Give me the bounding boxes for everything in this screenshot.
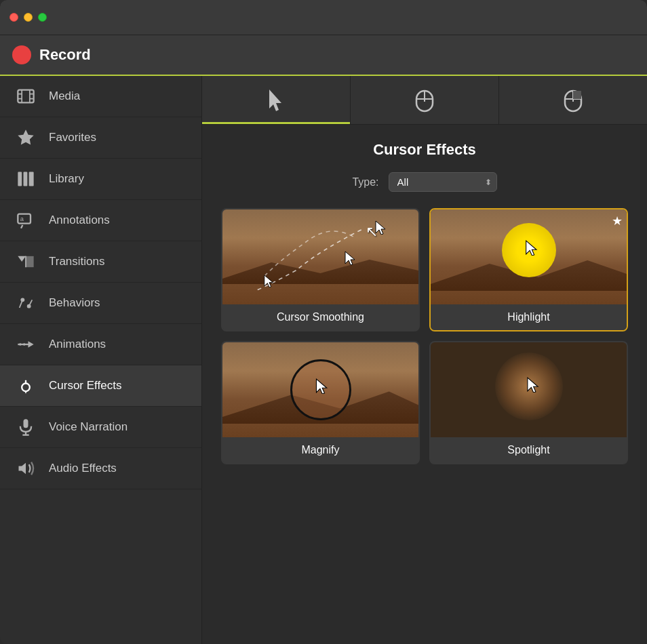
svg-marker-41: [345, 251, 355, 265]
sidebar-label-library: Library: [49, 172, 84, 186]
header: Record: [0, 35, 647, 76]
effect-thumb-cursor-smoothing: ↖: [222, 209, 418, 304]
content-inner: Cursor Effects Type: All Cursor Click: [202, 125, 647, 644]
svg-line-19: [20, 300, 23, 308]
effect-thumb-magnify: [222, 342, 418, 437]
library-icon: [15, 168, 37, 190]
effect-thumb-highlight: ★: [431, 209, 627, 304]
sidebar-item-audio-effects[interactable]: Audio Effects: [0, 448, 201, 489]
behaviors-icon: [15, 292, 37, 314]
svg-rect-8: [18, 172, 22, 186]
sidebar-label-annotations: Annotations: [49, 214, 110, 227]
record-dot: [12, 45, 31, 64]
sidebar-item-favorites[interactable]: Favorites: [0, 117, 201, 159]
sidebar-item-library[interactable]: Library: [0, 159, 201, 200]
effect-label-magnify: Magnify: [222, 437, 418, 463]
sidebar-label-behaviors: Behaviors: [49, 296, 100, 310]
tab-cursor[interactable]: [202, 76, 351, 124]
effect-card-magnify[interactable]: Magnify: [221, 341, 420, 464]
sidebar-item-transitions[interactable]: Transitions: [0, 241, 201, 283]
effect-card-highlight[interactable]: ★ Highlight: [429, 208, 628, 331]
type-row: Type: All Cursor Click: [221, 172, 628, 192]
svg-rect-0: [18, 90, 33, 103]
sidebar: Media Favorites Library: [0, 76, 202, 644]
content-area: Cursor Effects Type: All Cursor Click: [202, 76, 647, 644]
svg-marker-15: [26, 256, 34, 267]
svg-point-23: [19, 343, 22, 346]
svg-rect-10: [29, 172, 34, 186]
svg-marker-43: [526, 241, 536, 256]
svg-marker-40: [376, 221, 385, 235]
effect-label-highlight: Highlight: [431, 304, 627, 330]
main-layout: Media Favorites Library: [0, 76, 647, 644]
tab-left-click[interactable]: [351, 76, 499, 124]
sidebar-item-cursor-effects[interactable]: Cursor Effects: [0, 365, 201, 407]
svg-marker-7: [18, 129, 33, 144]
traffic-lights: [9, 13, 47, 22]
svg-point-18: [27, 304, 31, 308]
sidebar-label-favorites: Favorites: [49, 131, 96, 144]
cursor-effects-icon: [15, 375, 37, 397]
titlebar: [0, 0, 647, 35]
annotation-icon: a: [15, 209, 37, 231]
section-title: Cursor Effects: [221, 141, 628, 159]
effect-thumb-spotlight: [431, 342, 627, 437]
sidebar-label-cursor-effects: Cursor Effects: [49, 379, 121, 393]
sidebar-item-voice-narration[interactable]: Voice Narration: [0, 407, 201, 448]
effect-card-spotlight[interactable]: Spotlight: [429, 341, 628, 464]
film-icon: [15, 85, 37, 107]
effect-card-cursor-smoothing[interactable]: ↖ Cursor Smoothing: [221, 208, 420, 331]
maximize-button[interactable]: [38, 13, 47, 22]
svg-marker-45: [527, 378, 537, 393]
transitions-icon: [15, 251, 37, 273]
svg-marker-42: [264, 275, 273, 287]
effect-label-cursor-smoothing: Cursor Smoothing: [222, 304, 418, 330]
svg-point-24: [23, 343, 26, 346]
svg-rect-39: [573, 91, 581, 99]
sidebar-label-audio-effects: Audio Effects: [49, 462, 117, 475]
animations-icon: [15, 334, 37, 355]
sidebar-item-behaviors[interactable]: Behaviors: [0, 283, 201, 324]
sidebar-item-media[interactable]: Media: [0, 76, 201, 117]
svg-marker-14: [18, 256, 26, 262]
effect-label-spotlight: Spotlight: [431, 437, 627, 463]
svg-marker-32: [269, 89, 281, 111]
svg-marker-44: [316, 379, 326, 394]
sidebar-label-animations: Animations: [49, 338, 106, 351]
close-button[interactable]: [9, 13, 18, 22]
svg-marker-27: [24, 390, 28, 394]
svg-line-13: [21, 225, 22, 228]
sidebar-item-annotations[interactable]: a Annotations: [0, 200, 201, 241]
minimize-button[interactable]: [24, 13, 33, 22]
svg-rect-9: [24, 172, 28, 186]
type-select-wrapper[interactable]: All Cursor Click: [389, 172, 497, 192]
sidebar-label-media: Media: [49, 89, 80, 103]
svg-marker-22: [28, 341, 34, 347]
sidebar-label-transitions: Transitions: [49, 255, 105, 268]
app-title: Record: [39, 46, 91, 64]
svg-text:a: a: [20, 216, 24, 222]
sidebar-label-voice-narration: Voice Narration: [49, 420, 128, 434]
tab-right-click[interactable]: [499, 76, 647, 124]
type-label: Type:: [352, 176, 378, 188]
tab-bar: [202, 76, 647, 125]
svg-point-25: [22, 384, 30, 392]
microphone-icon: [15, 416, 37, 438]
star-icon: [15, 127, 37, 148]
type-select[interactable]: All Cursor Click: [389, 172, 497, 192]
star-badge-highlight: ★: [612, 214, 623, 228]
effects-grid: ↖ Cursor Smoothing: [221, 208, 628, 464]
svg-rect-28: [24, 419, 28, 428]
audio-icon: [15, 458, 37, 479]
svg-marker-31: [19, 463, 26, 474]
sidebar-item-animations[interactable]: Animations: [0, 324, 201, 365]
